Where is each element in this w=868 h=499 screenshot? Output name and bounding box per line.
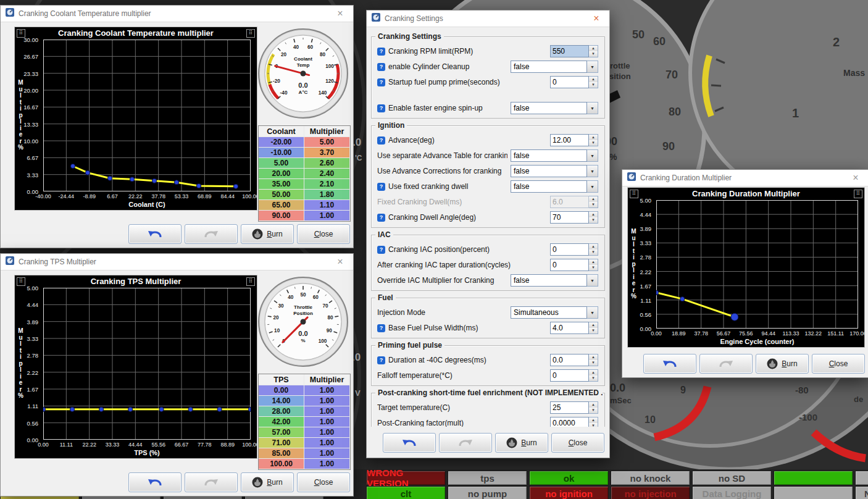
table-cell[interactable]: 0.00: [259, 385, 304, 396]
table-cell[interactable]: 65.00: [259, 200, 304, 211]
status-indicator[interactable]: [855, 471, 868, 485]
status-indicator[interactable]: no SD: [692, 471, 772, 485]
table-cell[interactable]: 1.10: [304, 200, 350, 211]
status-indicator[interactable]: [774, 486, 853, 499]
field-spinner[interactable]: 25▲▼: [550, 401, 598, 414]
field-dropdown[interactable]: false▼: [511, 102, 598, 114]
status-indicator[interactable]: no ignition: [529, 486, 609, 499]
status-indicator[interactable]: WRONG VERSION: [366, 471, 446, 485]
table-cell[interactable]: 14.00: [259, 396, 304, 406]
status-indicator[interactable]: ok: [529, 471, 609, 485]
help-icon[interactable]: ?: [377, 214, 385, 222]
chevron-down-icon[interactable]: ▼: [587, 306, 598, 319]
spinner-up-icon[interactable]: ▲: [589, 259, 598, 265]
close-button[interactable]: Close: [812, 354, 865, 374]
help-icon[interactable]: ?: [377, 324, 385, 332]
field-spinner[interactable]: 6.0▲▼: [550, 196, 598, 208]
table-cell[interactable]: 3.70: [304, 148, 350, 158]
table-cell[interactable]: 5.00: [304, 137, 350, 148]
table-cell[interactable]: 35.00: [259, 179, 304, 190]
close-icon[interactable]: ×: [332, 254, 348, 269]
status-indicator[interactable]: [774, 471, 853, 485]
spinner-up-icon[interactable]: ▲: [589, 135, 598, 140]
field-dropdown[interactable]: false▼: [511, 165, 598, 177]
table-cell[interactable]: 1.00: [304, 211, 350, 221]
help-icon[interactable]: ?: [377, 104, 385, 112]
spinner-down-icon[interactable]: ▼: [589, 82, 598, 88]
field-spinner[interactable]: 0▲▼: [550, 369, 598, 382]
table-cell[interactable]: 1.00: [304, 406, 350, 417]
field-dropdown[interactable]: false▼: [511, 149, 598, 162]
chevron-down-icon[interactable]: ▼: [587, 180, 598, 193]
field-value[interactable]: false: [511, 149, 587, 162]
table-cell[interactable]: 50.00: [259, 190, 304, 200]
field-value[interactable]: 70: [550, 211, 589, 224]
burn-button[interactable]: Burn: [756, 354, 809, 374]
table-row[interactable]: 100.001.00: [259, 459, 350, 469]
field-spinner[interactable]: 0.0▲▼: [550, 354, 598, 366]
table-row[interactable]: 65.001.10: [259, 200, 350, 211]
field-value[interactable]: false: [511, 274, 587, 287]
help-icon[interactable]: ?: [377, 136, 385, 145]
coolant-multiplier-table[interactable]: CoolantMultiplier-20.005.00-10.003.705.0…: [258, 125, 351, 222]
status-indicator[interactable]: no pump: [448, 486, 527, 499]
field-value[interactable]: Simultaneous: [511, 306, 587, 319]
table-cell[interactable]: 28.00: [259, 406, 304, 417]
coolant-multiplier-chart[interactable]: Cranking Coolant Temperature multiplier⠿…: [14, 27, 257, 211]
help-icon[interactable]: ?: [377, 63, 385, 71]
spinner-up-icon[interactable]: ▲: [589, 244, 598, 250]
status-indicator[interactable]: tps: [448, 471, 527, 485]
spinner-up-icon[interactable]: ▲: [589, 212, 598, 217]
table-cell[interactable]: 1.00: [304, 427, 350, 438]
titlebar[interactable]: Cranking Settings ×: [367, 10, 609, 27]
spinner-up-icon[interactable]: ▲: [589, 77, 598, 82]
table-row[interactable]: -10.003.70: [259, 148, 350, 158]
burn-button[interactable]: Burn: [241, 224, 294, 244]
field-value[interactable]: false: [511, 180, 587, 193]
field-value[interactable]: 550: [550, 45, 589, 57]
table-row[interactable]: 0.001.00: [259, 385, 350, 396]
spinner-down-icon[interactable]: ▼: [589, 423, 598, 427]
field-value[interactable]: 0: [550, 369, 589, 382]
table-cell[interactable]: 1.00: [304, 459, 350, 469]
table-row[interactable]: 14.001.00: [259, 396, 350, 406]
field-spinner[interactable]: 0▲▼: [550, 76, 598, 88]
close-button[interactable]: Close: [297, 224, 350, 244]
table-cell[interactable]: 2.10: [304, 179, 350, 190]
table-cell[interactable]: 85.00: [259, 448, 304, 459]
spinner-up-icon[interactable]: ▲: [589, 402, 598, 408]
field-spinner[interactable]: 12.00▲▼: [550, 134, 598, 146]
table-cell[interactable]: 71.00: [259, 438, 304, 448]
spinner-down-icon[interactable]: ▼: [589, 202, 598, 208]
status-indicator[interactable]: no injection: [611, 486, 690, 499]
titlebar[interactable]: Cranking Duration Multiplier ×: [622, 170, 868, 187]
table-cell[interactable]: 100.00: [259, 459, 304, 469]
table-cell[interactable]: 57.00: [259, 427, 304, 438]
close-icon[interactable]: ×: [848, 170, 864, 185]
spinner-down-icon[interactable]: ▼: [589, 408, 598, 413]
table-row[interactable]: 5.002.60: [259, 158, 350, 169]
table-cell[interactable]: 1.00: [304, 385, 350, 396]
table-cell[interactable]: 20.00: [259, 169, 304, 179]
table-row[interactable]: 20.002.40: [259, 169, 350, 179]
chevron-down-icon[interactable]: ▼: [587, 165, 598, 177]
tps-multiplier-chart[interactable]: Cranking TPS Multiplier⠿⠿5.004.443.893.3…: [14, 275, 257, 459]
spinner-down-icon[interactable]: ▼: [589, 217, 598, 223]
table-row[interactable]: -20.005.00: [259, 137, 350, 148]
help-icon[interactable]: ?: [377, 246, 385, 254]
table-cell[interactable]: 1.00: [304, 438, 350, 448]
field-spinner[interactable]: 70▲▼: [550, 211, 598, 224]
chevron-down-icon[interactable]: ▼: [587, 102, 598, 114]
table-row[interactable]: 57.001.00: [259, 427, 350, 438]
field-spinner[interactable]: 0.0000▲▼: [550, 417, 598, 427]
close-icon[interactable]: ×: [332, 6, 348, 21]
table-row[interactable]: 28.001.00: [259, 406, 350, 417]
field-dropdown[interactable]: Simultaneous▼: [511, 306, 598, 319]
redo-button[interactable]: [185, 472, 238, 492]
spinner-down-icon[interactable]: ▼: [589, 51, 598, 57]
redo-button[interactable]: [439, 433, 492, 453]
field-dropdown[interactable]: false▼: [511, 274, 598, 287]
spinner-up-icon[interactable]: ▲: [589, 370, 598, 375]
spinner-down-icon[interactable]: ▼: [589, 265, 598, 270]
field-dropdown[interactable]: false▼: [511, 61, 598, 73]
